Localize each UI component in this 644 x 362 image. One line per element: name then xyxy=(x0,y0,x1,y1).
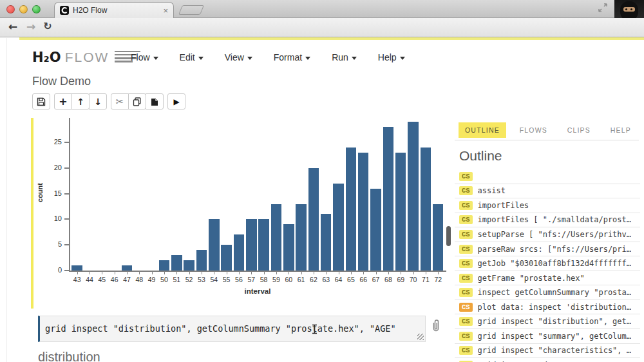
outline-item[interactable]: CSgrid inspect "characteristics", … xyxy=(455,344,640,359)
add-cell-button[interactable]: + xyxy=(54,93,72,110)
x-tick-label: 56 xyxy=(232,276,245,283)
bar-47 xyxy=(122,265,133,271)
x-tick-label: 44 xyxy=(83,276,95,283)
outline-item[interactable]: CSsetupParse [ "nfs://Users/prithv… xyxy=(455,227,640,242)
x-tick-label: 50 xyxy=(158,276,170,283)
outline-item[interactable]: CSgetJob "$03010aff8bf132d4fffffff… xyxy=(455,256,640,271)
h2o-flow-logo: H₂O FLOW xyxy=(32,50,140,65)
x-tick xyxy=(314,272,314,274)
window-close-button[interactable] xyxy=(6,5,15,14)
bar-63 xyxy=(321,214,332,271)
vertical-scrollbar-thumb[interactable] xyxy=(446,226,451,246)
y-tick-label: 25 xyxy=(45,138,62,146)
cs-badge: CS xyxy=(459,172,473,181)
y-tick-label: 20 xyxy=(45,164,62,171)
new-tab-button[interactable] xyxy=(178,5,204,15)
outline-item[interactable]: CSimportFiles xyxy=(455,198,640,213)
x-tick-label: 69 xyxy=(395,276,407,283)
cut-cell-button[interactable]: ✂ xyxy=(111,93,129,110)
outline-item[interactable]: CSinspect getColumnSummary "prosta… xyxy=(455,285,640,300)
menu-view[interactable]: View xyxy=(225,52,252,62)
move-cell-up-button[interactable]: ↑ xyxy=(71,93,90,110)
outline-item[interactable]: CSassist xyxy=(455,184,640,199)
outline-item[interactable]: CSgrid inspect "summary", getColum… xyxy=(455,329,640,344)
x-tick xyxy=(276,272,277,274)
bar-57 xyxy=(246,219,257,271)
sidebar-tab-help[interactable]: HELP xyxy=(604,122,638,138)
sidebar-tab-flows[interactable]: FLOWS xyxy=(513,122,554,138)
x-tick-label: 63 xyxy=(320,276,332,283)
floppy-icon xyxy=(37,97,46,106)
x-tick-label: 68 xyxy=(382,276,394,283)
menu-flow[interactable]: Flow xyxy=(131,52,158,62)
x-tick-label: 47 xyxy=(120,276,133,283)
x-tick xyxy=(127,272,128,274)
outline-item[interactable]: CSgrid inspect 'data', getFrame "p… xyxy=(455,358,640,362)
reload-button[interactable]: ↻ xyxy=(40,20,55,32)
menu-format[interactable]: Format xyxy=(274,52,310,62)
bar-58 xyxy=(258,219,269,271)
outline-item[interactable]: CS xyxy=(455,169,640,184)
menu-edit[interactable]: Edit xyxy=(180,52,204,62)
outline-item[interactable]: CSgrid inspect "distribution", get… xyxy=(455,314,640,329)
x-tick-label: 59 xyxy=(270,276,282,283)
x-tick xyxy=(139,272,140,274)
code-cell-input[interactable]: grid inspect "distribution", getColumnSu… xyxy=(38,316,426,342)
run-button[interactable]: ▶ xyxy=(167,93,185,110)
menu-run[interactable]: Run xyxy=(332,52,357,62)
paperclip-icon[interactable] xyxy=(431,319,441,333)
cell-toolbar: + ↑ ↓ ✂ ▶ xyxy=(32,93,185,110)
outline-heading: Outline xyxy=(459,148,502,164)
chevron-down-icon xyxy=(352,57,357,60)
cs-badge: CS xyxy=(459,245,473,254)
chevron-down-icon xyxy=(153,57,158,60)
close-tab-icon[interactable]: × xyxy=(163,6,168,15)
flow-title: Flow Demo xyxy=(32,75,91,88)
save-button[interactable] xyxy=(32,93,50,110)
window-minimize-button[interactable] xyxy=(19,5,28,14)
move-cell-down-button[interactable]: ↓ xyxy=(89,93,107,110)
sidebar-tab-outline[interactable]: OUTLINE xyxy=(459,122,506,138)
outline-item[interactable]: CSimportFiles [ "./smalldata/prost… xyxy=(455,213,640,228)
cs-badge: CS xyxy=(459,201,473,210)
paste-cell-button[interactable] xyxy=(146,93,164,110)
x-tick xyxy=(413,272,414,274)
outline-item[interactable]: CSgetFrame "prostate.hex" xyxy=(455,271,640,286)
y-tick-label: 0 xyxy=(45,266,62,274)
textarea-resize-handle[interactable] xyxy=(417,334,424,340)
x-tick xyxy=(176,272,177,274)
outline-item[interactable]: CSplot data: inspect 'distribution… xyxy=(455,300,640,315)
y-axis-label: count xyxy=(36,173,44,212)
x-tick xyxy=(301,272,302,274)
browser-tab[interactable]: H2O Flow × xyxy=(54,2,174,18)
back-button[interactable]: ← xyxy=(5,20,21,33)
window-zoom-button[interactable] xyxy=(32,5,41,14)
plus-icon: + xyxy=(59,95,67,108)
sidebar-tab-clips[interactable]: CLIPS xyxy=(561,122,597,138)
x-tick-label: 66 xyxy=(357,276,370,283)
x-tick-label: 70 xyxy=(407,276,419,283)
bar-56 xyxy=(234,234,245,271)
copy-cell-button[interactable] xyxy=(128,93,146,110)
x-tick xyxy=(152,272,153,274)
x-tick-label: 71 xyxy=(419,276,431,283)
cs-badge: CS xyxy=(459,288,473,297)
menu-label: Help xyxy=(378,52,397,62)
x-tick xyxy=(401,272,401,274)
x-axis-label: interval xyxy=(71,287,444,295)
y-tick xyxy=(64,244,69,245)
outline-item[interactable]: CSparseRaw srcs: ["nfs://Users/pri… xyxy=(455,242,640,257)
x-tick-label: 46 xyxy=(108,276,120,283)
y-axis xyxy=(69,118,70,272)
x-tick xyxy=(438,272,439,274)
cs-badge: CS xyxy=(459,332,473,341)
menu-label: View xyxy=(225,52,244,62)
outline-item-label: inspect getColumnSummary "prosta… xyxy=(478,288,631,297)
cs-badge: CS xyxy=(459,303,473,312)
forward-button[interactable]: → xyxy=(23,20,39,33)
bar-71 xyxy=(421,148,431,271)
menu-help[interactable]: Help xyxy=(378,52,405,62)
x-tick xyxy=(363,272,364,274)
x-tick-label: 55 xyxy=(220,276,232,283)
x-tick xyxy=(326,272,327,274)
